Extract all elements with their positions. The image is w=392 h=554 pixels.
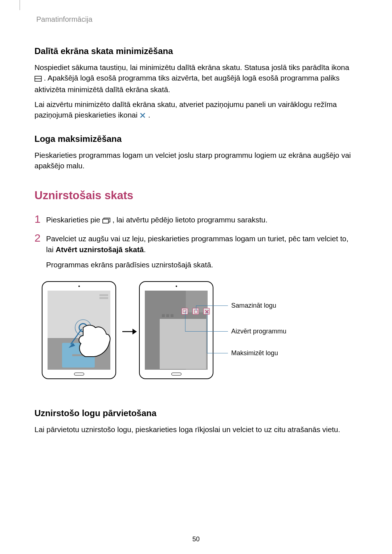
- close-window-icon: [203, 308, 210, 315]
- minimize-window-icon: [181, 308, 188, 315]
- step-2: 2 Pavelciet uz augšu vai uz leju, pieska…: [34, 233, 358, 270]
- callout-close: Aizvērt programmu: [231, 328, 286, 335]
- maximize-window-icon: [192, 308, 199, 315]
- text: Pieskarieties pie: [46, 216, 102, 224]
- text: . Apakšējā logā esošā programma tiks aiz…: [34, 74, 339, 94]
- svg-rect-4: [103, 219, 109, 223]
- lead-line: [196, 305, 196, 311]
- callout-maximize: Maksimizēt logu: [231, 349, 278, 357]
- camera-dot: [78, 286, 80, 287]
- heading-maximize-window: Loga maksimizēšana: [34, 134, 358, 144]
- para-minimize-1: Nospiediet sākuma taustiņu, lai minimizē…: [34, 62, 358, 95]
- para-move-popup: Lai pārvietotu uznirstošo logu, pieskari…: [34, 424, 358, 435]
- close-x-icon: [139, 111, 146, 121]
- notif-line: [99, 294, 108, 296]
- hdr-dot: [166, 314, 169, 317]
- callout-minimize: Samazināt logu: [231, 302, 276, 309]
- home-button: [171, 373, 181, 376]
- step-number-1: 1: [34, 214, 46, 226]
- camera-dot: [176, 286, 177, 287]
- text: .: [144, 245, 146, 254]
- step-number-2: 2: [34, 233, 46, 270]
- text-bold: Atvērt uznirstošajā skatā: [56, 245, 144, 254]
- lead-line: [207, 311, 207, 353]
- text: , lai atvērtu pēdējo lietoto programmu s…: [113, 216, 268, 224]
- lead-line: [185, 311, 185, 331]
- arrow-right-icon: [122, 325, 137, 339]
- hand-drag-icon: [69, 310, 112, 357]
- tablet-right: [139, 281, 213, 379]
- para-minimize-2: Lai aizvērtu minimizēto dalītā ekrāna sk…: [34, 99, 358, 121]
- step-1: 1 Pieskarieties pie , lai atvērtu pēdējo…: [34, 214, 358, 226]
- svg-marker-10: [132, 329, 137, 335]
- heading-popup-view: Uznirstošais skats: [34, 189, 358, 202]
- heading-minimize-split: Dalītā ekrāna skata minimizēšana: [34, 46, 358, 56]
- text: .: [148, 111, 150, 119]
- breadcrumb: Pamatinformācija: [36, 15, 358, 24]
- para-maximize: Pieskarieties programmas logam un velcie…: [34, 150, 358, 171]
- screen: [48, 291, 110, 370]
- lead-line: [196, 305, 228, 306]
- page-number: 50: [192, 535, 200, 543]
- text: Lai aizvērtu minimizēto dalītā ekrāna sk…: [34, 100, 337, 119]
- popup-window: [160, 312, 206, 369]
- home-button: [74, 373, 84, 376]
- step-1-text: Pieskarieties pie , lai atvērtu pēdējo l…: [46, 214, 358, 226]
- lead-line: [185, 331, 228, 332]
- hdr-dot: [162, 314, 165, 317]
- split-window-icon: [34, 74, 42, 84]
- recent-apps-icon: [102, 216, 110, 226]
- hdr-dot: [171, 314, 173, 317]
- page-body: Pamatinformācija Dalītā ekrāna skata min…: [0, 0, 392, 435]
- text: Nospiediet sākuma taustiņu, lai minimizē…: [34, 63, 349, 71]
- notif-line: [99, 297, 108, 299]
- page-edge-mark: [20, 0, 20, 10]
- tablet-left: [42, 281, 116, 379]
- lead-line: [207, 353, 228, 353]
- step-2-text: Pavelciet uz augšu vai uz leju, pieskari…: [46, 233, 358, 270]
- illustration-popup: Samazināt logu Aizvērt programmu Maksimi…: [42, 281, 358, 386]
- step-2-extra: Programmas ekrāns parādīsies uznirstošaj…: [46, 259, 358, 270]
- screen: [145, 291, 208, 370]
- heading-move-popup: Uznirstošo logu pārvietošana: [34, 408, 358, 418]
